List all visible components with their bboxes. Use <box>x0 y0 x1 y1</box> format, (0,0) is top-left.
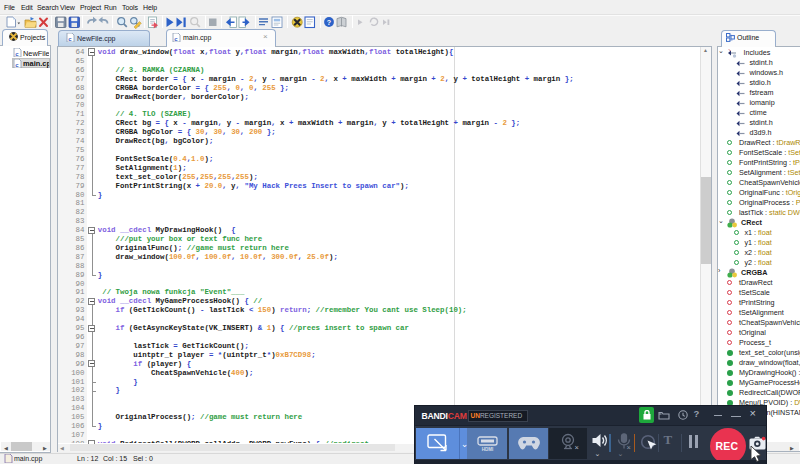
svg-text:?: ? <box>327 18 331 27</box>
svg-text:HDMI: HDMI <box>481 446 493 451</box>
